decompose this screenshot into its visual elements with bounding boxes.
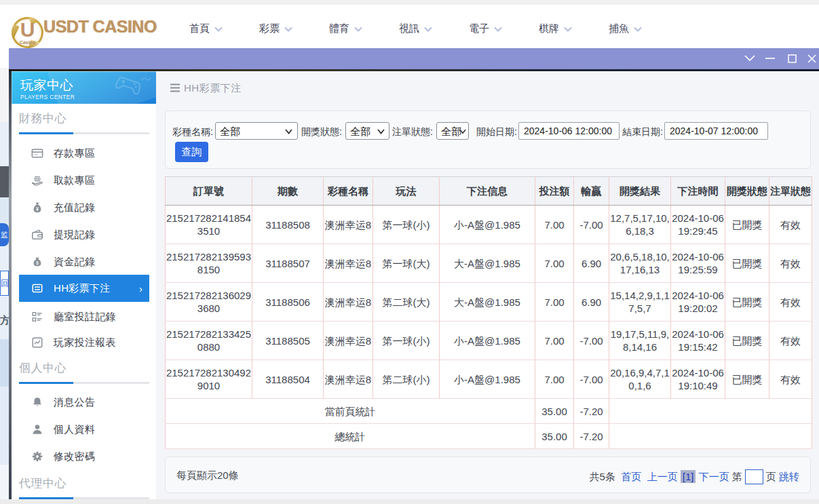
- svg-text:$: $: [36, 260, 39, 266]
